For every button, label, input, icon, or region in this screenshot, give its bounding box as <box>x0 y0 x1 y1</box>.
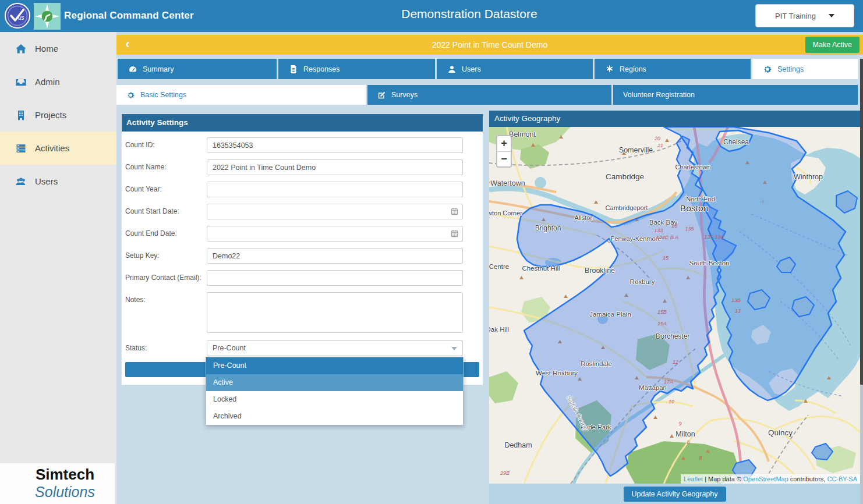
setup-key-input[interactable] <box>207 248 463 264</box>
subtab-label: Volunteer Registration <box>623 91 695 99</box>
map-place-label: Mattapan <box>639 384 667 391</box>
simtech-logo: Simtech Solutions <box>0 463 115 504</box>
sidebar-item-home[interactable]: Home <box>0 32 116 65</box>
sidebar: Home Admin Projects Activities Users <box>0 32 116 504</box>
sidebar-item-users[interactable]: Users <box>0 165 116 198</box>
scrollbar-thumb[interactable] <box>860 59 863 385</box>
user-menu-label: PIT Training <box>775 12 816 20</box>
status-select[interactable]: Pre-Count <box>207 340 463 356</box>
status-label: Status: <box>125 344 147 352</box>
subtab-basic-settings[interactable]: Basic Settings <box>116 85 366 105</box>
activity-geography-panel: Activity Geography <box>489 111 860 504</box>
count-end-date-label: Count End Date: <box>125 229 177 237</box>
zoom-out-button[interactable]: − <box>497 151 511 166</box>
map-route-label: 20 <box>655 136 660 141</box>
map-place-label: Fenway-Kenmore <box>611 235 662 242</box>
sidebar-item-label: Admin <box>35 77 60 87</box>
tab-users[interactable]: Users <box>437 59 593 79</box>
map-place-label: Chelsea <box>723 138 749 146</box>
tab-responses[interactable]: Responses <box>278 59 435 79</box>
count-year-label: Count Year: <box>125 185 162 193</box>
map-place-label: Winthrop <box>794 173 823 181</box>
map-place-label: Cambridge <box>606 172 644 181</box>
count-year-input[interactable] <box>207 182 463 197</box>
status-option-pre-count[interactable]: Pre-Count <box>206 357 463 374</box>
primary-contact-input[interactable] <box>207 270 463 286</box>
svg-text:us: us <box>18 15 24 21</box>
map-place-label: Allston <box>574 214 593 221</box>
leaflet-link[interactable]: Leaflet <box>684 475 703 482</box>
dashboard-icon <box>128 65 137 74</box>
map-route-label: 13B <box>731 297 741 303</box>
status-option-archived[interactable]: Archived <box>206 408 463 425</box>
status-option-locked[interactable]: Locked <box>206 391 463 408</box>
map-route-label: 13 <box>735 308 741 314</box>
count-end-date-input[interactable] <box>207 226 463 242</box>
page-scrollbar[interactable] <box>860 59 863 504</box>
sidebar-item-label: Projects <box>35 110 66 120</box>
sidebar-item-admin[interactable]: Admin <box>0 65 116 98</box>
map-route-label: 135 <box>685 226 694 232</box>
map-place-label: Brighton <box>535 224 561 232</box>
user-menu-dropdown[interactable]: PIT Training <box>755 4 854 27</box>
notes-label: Notes: <box>125 296 146 304</box>
brand-line2: Solutions <box>23 483 107 501</box>
update-geography-button[interactable]: Update Activity Geography <box>624 487 726 502</box>
attribution-text: | Map data © <box>703 475 743 482</box>
map-route-label: 15 <box>663 255 669 261</box>
map-place-label: Quincy <box>768 428 793 437</box>
notes-textarea[interactable] <box>207 292 463 333</box>
map-place-label: Roxbury <box>630 278 655 285</box>
geography-footer: Update Activity Geography <box>489 484 860 504</box>
make-active-button[interactable]: Make Active <box>805 37 860 53</box>
sidebar-item-projects[interactable]: Projects <box>0 98 116 132</box>
tab-summary[interactable]: Summary <box>118 59 277 79</box>
map-route-label: 15B <box>657 309 667 315</box>
map-place-label: South Boston <box>689 260 729 267</box>
top-header: us Regional Command Center Demonstration… <box>0 0 863 32</box>
subtab-volunteer-registration[interactable]: Volunteer Registration <box>613 85 858 105</box>
subtab-bar: Basic Settings Surveys Volunteer Registr… <box>116 85 858 105</box>
subtab-surveys[interactable]: Surveys <box>367 85 611 105</box>
caret-down-icon <box>829 14 834 17</box>
panel-title: Activity Geography <box>489 111 860 127</box>
status-select-value: Pre-Count <box>213 344 246 352</box>
caret-down-icon <box>451 347 457 350</box>
map-place-label: Chestnut Hill <box>522 265 560 272</box>
license-link[interactable]: CC-BY-SA <box>827 475 857 482</box>
map-place-label: Cambridgeport <box>606 204 648 211</box>
map-route-label: 9 <box>678 421 681 427</box>
count-name-input[interactable] <box>207 159 463 175</box>
tab-regions[interactable]: Regions <box>595 59 751 79</box>
tab-settings[interactable]: Settings <box>752 59 858 79</box>
activity-title: 2022 Point in Time Count Demo <box>116 35 863 55</box>
leaflet-map[interactable]: BelmontSomervilleChelseaWinthropWatertow… <box>489 127 860 484</box>
map-route-label: 133 <box>654 228 663 233</box>
map-place-label: Somerville <box>619 146 653 154</box>
map-route-label: 8 <box>687 439 689 445</box>
sidebar-item-label: Users <box>35 176 58 186</box>
tab-label: Users <box>462 65 481 73</box>
map-place-label: Centre <box>489 263 509 270</box>
map-place-label: Charlestown <box>675 164 710 171</box>
subtab-label: Basic Settings <box>140 91 186 99</box>
tab-label: Summary <box>143 65 174 73</box>
activity-bar: ‹ 2022 Point in Time Count Demo Make Act… <box>116 35 863 55</box>
zoom-in-button[interactable]: + <box>497 136 511 151</box>
osm-link[interactable]: OpenStreetMap <box>743 475 788 482</box>
count-start-date-input[interactable] <box>207 204 463 219</box>
status-option-active[interactable]: Active <box>206 374 463 391</box>
map-place-label: Milton <box>675 430 695 438</box>
map-route-label: 16 <box>671 223 677 229</box>
map-route-label: 29B <box>500 470 510 476</box>
calendar-icon <box>450 229 459 238</box>
map-place-label: North End <box>686 196 715 203</box>
map-place-label: Dorchester <box>656 332 690 340</box>
map-place-label: Belmont <box>509 130 536 139</box>
sidebar-item-activities[interactable]: Activities <box>0 132 116 165</box>
map-place-label: Dedham <box>504 441 532 449</box>
map-route-label: 15A <box>657 321 667 326</box>
group-icon <box>15 176 27 187</box>
count-id-input[interactable] <box>207 137 463 153</box>
gear-icon <box>763 65 772 74</box>
